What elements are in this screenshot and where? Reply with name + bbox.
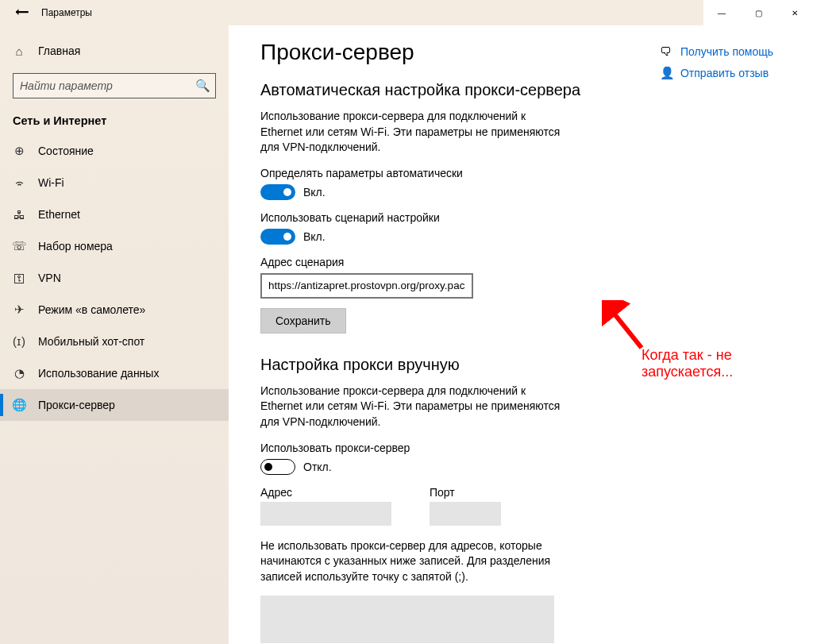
port-label: Порт <box>430 486 501 499</box>
bypass-desc: Не использовать прокси-сервер для адресо… <box>260 538 554 585</box>
dialup-icon: ☏ <box>13 239 25 253</box>
script-addr-input[interactable] <box>260 273 473 299</box>
feedback-link[interactable]: 👤 Отправить отзыв <box>660 66 773 80</box>
auto-detect-label: Определять параметры автоматически <box>260 167 781 179</box>
close-button[interactable]: ✕ <box>776 0 813 25</box>
use-proxy-toggle[interactable] <box>260 459 295 475</box>
wifi-icon <box>13 177 25 189</box>
sidebar-item-dialup[interactable]: ☏ Набор номера <box>0 230 229 262</box>
auto-detect-toggle[interactable] <box>260 184 295 200</box>
feedback-icon: 👤 <box>660 66 672 80</box>
sidebar-item-status[interactable]: ⊕ Состояние <box>0 135 229 167</box>
home-icon: ⌂ <box>13 44 25 58</box>
script-addr-label: Адрес сценария <box>260 256 781 268</box>
sidebar-item-label: Мобильный хот-спот <box>38 335 144 348</box>
sidebar-item-label: Использование данных <box>38 367 159 380</box>
manual-section-heading: Настройка прокси вручную <box>260 356 781 374</box>
sidebar-item-label: Wi-Fi <box>38 176 64 189</box>
help-icon: 🗨 <box>660 44 672 58</box>
use-proxy-label: Использовать прокси-сервер <box>260 442 781 454</box>
get-help-label: Получить помощь <box>680 45 773 58</box>
ethernet-icon: 🖧 <box>13 208 25 222</box>
content-area: Прокси-сервер Автоматическая настройка п… <box>229 25 813 644</box>
use-script-state: Вкл. <box>303 230 326 243</box>
bypass-input <box>260 596 554 643</box>
sidebar-item-label: Ethernet <box>38 208 80 221</box>
get-help-link[interactable]: 🗨 Получить помощь <box>660 44 773 58</box>
save-button[interactable]: Сохранить <box>260 308 346 334</box>
window-controls: — ▢ ✕ <box>703 0 813 25</box>
hotspot-icon: (ɪ) <box>13 334 25 349</box>
auto-detect-state: Вкл. <box>303 186 326 199</box>
search-icon: 🔍 <box>196 79 209 93</box>
help-pane: 🗨 Получить помощь 👤 Отправить отзыв <box>660 44 773 80</box>
sidebar-item-proxy[interactable]: 🌐 Прокси-сервер <box>0 389 229 421</box>
sidebar-item-wifi[interactable]: Wi-Fi <box>0 167 229 199</box>
sidebar-item-label: Набор номера <box>38 240 113 253</box>
sidebar-item-label: VPN <box>38 272 61 284</box>
status-icon: ⊕ <box>13 144 25 158</box>
auto-section-desc: Использование прокси-сервера для подключ… <box>260 109 570 156</box>
use-proxy-state: Откл. <box>303 461 332 473</box>
minimize-button[interactable]: — <box>703 0 740 25</box>
titlebar: 🠔 Параметры <box>0 0 813 25</box>
sidebar-item-label: Режим «в самолете» <box>38 303 145 316</box>
sidebar-item-ethernet[interactable]: 🖧 Ethernet <box>0 199 229 230</box>
back-button[interactable]: 🠔 <box>6 0 38 25</box>
use-script-toggle[interactable] <box>260 229 295 245</box>
manual-section-desc: Использование прокси-сервера для подключ… <box>260 384 570 430</box>
sidebar-item-hotspot[interactable]: (ɪ) Мобильный хот-спот <box>0 326 229 357</box>
feedback-label: Отправить отзыв <box>680 67 769 79</box>
home-label: Главная <box>38 44 80 57</box>
addr-input <box>260 502 391 526</box>
search-input[interactable] <box>20 79 196 92</box>
vpn-icon: ⚿ <box>13 272 25 285</box>
proxy-icon: 🌐 <box>13 398 25 412</box>
sidebar-item-label: Прокси-сервер <box>38 399 115 411</box>
maximize-button[interactable]: ▢ <box>740 0 776 25</box>
auto-section-heading: Автоматическая настройка прокси-сервера <box>260 81 781 99</box>
window-title: Параметры <box>41 7 92 18</box>
datausage-icon: ◔ <box>13 366 25 380</box>
addr-label: Адрес <box>260 486 391 499</box>
home-nav[interactable]: ⌂ Главная <box>0 35 229 67</box>
sidebar-item-datausage[interactable]: ◔ Использование данных <box>0 357 229 389</box>
port-input <box>430 502 501 526</box>
sidebar-item-airplane[interactable]: ✈ Режим «в самолете» <box>0 294 229 326</box>
airplane-icon: ✈ <box>13 303 25 317</box>
sidebar-category: Сеть и Интернет <box>0 111 229 135</box>
sidebar: ⌂ Главная 🔍 Сеть и Интернет ⊕ Состояние … <box>0 25 229 644</box>
sidebar-item-label: Состояние <box>38 145 94 157</box>
search-input-container[interactable]: 🔍 <box>13 73 216 98</box>
sidebar-item-vpn[interactable]: ⚿ VPN <box>0 262 229 294</box>
use-script-label: Использовать сценарий настройки <box>260 211 781 224</box>
